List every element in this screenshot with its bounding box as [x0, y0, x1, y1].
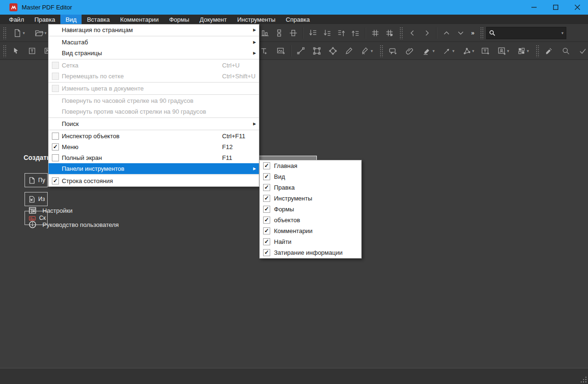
form-layout-button[interactable]: ▾	[513, 44, 533, 58]
line-tool-button[interactable]	[294, 44, 308, 58]
previous-page-button[interactable]	[406, 26, 420, 40]
menu-separator	[49, 94, 259, 95]
checkbox-checked[interactable]: ✓	[263, 217, 270, 224]
menubar-item-edit[interactable]: Правка	[29, 15, 60, 24]
checkbox-checked[interactable]: ✓	[52, 177, 59, 184]
select-tool-button[interactable]	[9, 44, 23, 58]
toolbars-submenu-item-edit[interactable]: ✓Правка	[260, 182, 361, 193]
distribute-down-button[interactable]	[306, 26, 320, 40]
align-bottom-button[interactable]	[258, 26, 272, 40]
toolbar-drag-handle[interactable]	[3, 27, 6, 39]
open-file-button[interactable]: ▾	[31, 26, 50, 40]
view-menu-item-page-navigation[interactable]: Навигация по страницам▶	[49, 25, 259, 35]
toolbar-drag-handle[interactable]	[380, 45, 383, 57]
polygon-tool-button[interactable]: ▾	[458, 44, 478, 58]
view-menu-item-object-inspector[interactable]: Инспектор объектовCtrl+F11	[49, 131, 259, 142]
grid-snap-button[interactable]	[382, 26, 397, 40]
distribute-up-right-button[interactable]	[334, 26, 348, 40]
toolbars-submenu: ✓Главная✓Вид✓Правка✓Инструменты✓Формы✓об…	[259, 160, 362, 259]
add-image-button[interactable]	[274, 44, 288, 58]
highlighter-tool-button[interactable]: ▾	[419, 44, 439, 58]
menubar-item-forms[interactable]: Формы	[164, 15, 195, 24]
view-menu-item-change-colors: Изменить цвета в документе	[49, 83, 259, 94]
arrow-tool-button[interactable]: ▾	[439, 44, 458, 58]
checkbox-checked[interactable]: ✓	[263, 227, 270, 234]
checkbox-checked[interactable]: ✓	[263, 238, 270, 245]
signature-field-button[interactable]: ▾	[493, 44, 513, 58]
distribute-up-button[interactable]	[348, 26, 363, 40]
user-guide-link-label: Руководство пользователя	[42, 221, 119, 228]
checkbox-checked[interactable]: ✓	[263, 184, 270, 191]
toolbar-drag-handle[interactable]	[536, 45, 539, 57]
caret-down-icon: ▾	[527, 49, 529, 53]
caret-down-icon: ▾	[44, 31, 47, 35]
view-menu-item-status-bar[interactable]: ✓Строка состояния	[49, 175, 259, 186]
menu-separator	[49, 175, 259, 175]
up-button[interactable]	[439, 26, 454, 40]
zoom-search-button[interactable]	[559, 44, 573, 58]
redact-tool-button[interactable]	[542, 44, 556, 58]
pencil-tool-button[interactable]	[342, 44, 356, 58]
grid-button[interactable]	[368, 26, 382, 40]
minimize-button[interactable]	[523, 0, 545, 15]
align-center-button[interactable]	[272, 26, 286, 40]
view-menu-item-fullscreen[interactable]: Полный экранF11	[49, 152, 259, 163]
toolbars-submenu-item-tools[interactable]: ✓Инструменты	[260, 193, 361, 204]
toolbars-submenu-item-main[interactable]: ✓Главная	[260, 160, 361, 171]
toolbar-drag-handle[interactable]	[480, 27, 483, 39]
view-menu-item-search[interactable]: Поиск▶	[49, 118, 259, 129]
next-page-button[interactable]	[420, 26, 434, 40]
close-button[interactable]	[566, 0, 588, 15]
checkbox-checked[interactable]: ✓	[52, 143, 59, 150]
view-menu-item-toolbars[interactable]: Панели инструментов▶	[49, 163, 259, 174]
checkbox-unchecked[interactable]	[52, 154, 59, 161]
view-menu-item-menu[interactable]: ✓МенюF12	[49, 142, 259, 152]
settings-link[interactable]: Настройки	[28, 206, 73, 215]
toolbars-submenu-item-view[interactable]: ✓Вид	[260, 171, 361, 182]
distribute-down-left-button[interactable]	[320, 26, 334, 40]
toolbars-submenu-item-forms[interactable]: ✓Формы	[260, 204, 361, 215]
menubar-item-insert[interactable]: Вставка	[82, 15, 115, 24]
align-middle-button[interactable]	[286, 26, 300, 40]
resize-grip[interactable]	[580, 376, 587, 383]
attach-file-button[interactable]	[403, 44, 417, 58]
toolbar-overflow-button[interactable]: »	[468, 26, 477, 40]
toolbars-submenu-item-objects[interactable]: ✓объектов	[260, 215, 361, 225]
checkbox-checked[interactable]: ✓	[263, 206, 270, 213]
menubar-item-comments[interactable]: Комментарии	[115, 15, 164, 24]
toolbar-drag-handle[interactable]	[3, 45, 6, 57]
validate-check-button[interactable]	[576, 44, 588, 58]
text-field-button[interactable]	[478, 44, 492, 58]
search-box[interactable]: ▾	[486, 27, 566, 39]
maximize-button[interactable]	[545, 0, 566, 15]
create-blank-document-button[interactable]: Пу	[25, 173, 48, 187]
user-guide-link[interactable]: Руководство пользователя	[28, 220, 119, 229]
checkbox-unchecked[interactable]	[52, 133, 59, 140]
ellipse-tool-button[interactable]	[326, 44, 340, 58]
sticky-note-button[interactable]	[386, 44, 400, 58]
ink-pen-tool-button[interactable]: ▾	[357, 44, 377, 58]
submenu-arrow-icon: ▶	[253, 40, 256, 44]
checkbox-checked[interactable]: ✓	[263, 162, 270, 169]
checkbox-checked[interactable]: ✓	[263, 249, 270, 256]
toolbars-submenu-item-comments[interactable]: ✓Комментарии	[260, 225, 361, 236]
view-menu-item-zoom[interactable]: Масштаб▶	[49, 37, 259, 48]
menu-separator	[49, 82, 259, 83]
toolbars-submenu-item-redaction[interactable]: ✓Затирание информации	[260, 247, 361, 258]
search-input[interactable]	[498, 29, 561, 37]
menubar-item-view[interactable]: Вид	[60, 15, 82, 24]
toolbars-submenu-item-find[interactable]: ✓Найти	[260, 236, 361, 247]
new-document-button[interactable]: ▾	[9, 26, 29, 40]
down-button[interactable]	[454, 26, 468, 40]
menubar-item-file[interactable]: Файл	[4, 15, 29, 24]
checkbox-checked[interactable]: ✓	[263, 173, 270, 180]
menubar-item-document[interactable]: Документ	[194, 15, 232, 24]
view-menu-item-page-view[interactable]: Вид страницы▶	[49, 48, 259, 58]
menubar-item-help[interactable]: Справка	[281, 15, 315, 24]
edit-text-tool-button[interactable]	[25, 44, 39, 58]
rectangle-tool-button[interactable]	[310, 44, 324, 58]
toolbar-drag-handle[interactable]	[399, 27, 403, 39]
menubar-item-tools[interactable]: Инструменты	[232, 15, 281, 24]
create-from-file-button[interactable]: Из	[25, 192, 48, 206]
checkbox-checked[interactable]: ✓	[263, 195, 270, 202]
